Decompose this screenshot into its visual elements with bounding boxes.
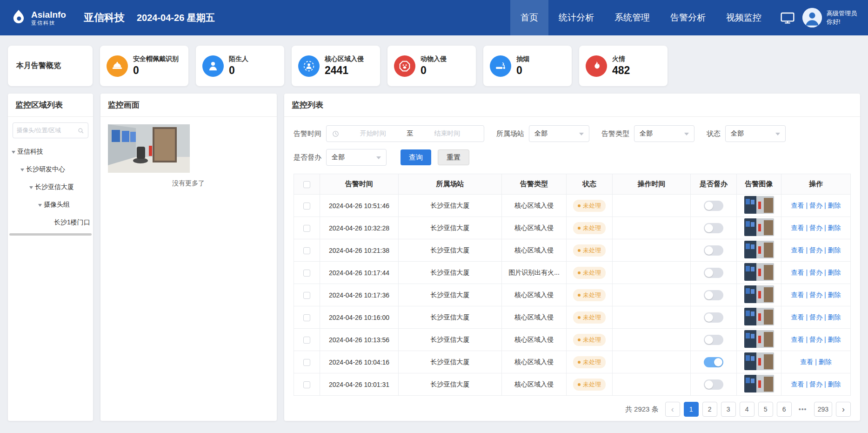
row-checkbox[interactable] — [303, 225, 310, 232]
supervise-toggle[interactable] — [704, 357, 723, 367]
alarm-time-range-picker[interactable]: 开始时间 至 结束时间 — [326, 125, 484, 142]
supervise-toggle[interactable] — [704, 290, 723, 300]
query-button[interactable]: 查询 — [401, 149, 431, 165]
search-icon[interactable] — [77, 127, 84, 134]
supervise-toggle[interactable] — [704, 223, 723, 233]
nav-item-system-management[interactable]: 系统管理 — [604, 0, 660, 35]
view-link[interactable]: 查看 — [791, 202, 804, 209]
station-select[interactable]: 全部 — [529, 125, 589, 142]
tree-horizontal-scrollbar[interactable] — [9, 233, 92, 236]
next-page-button[interactable]: › — [836, 402, 851, 417]
supervise-toggle[interactable] — [704, 201, 723, 211]
nav-item-alarm-analysis[interactable]: 告警分析 — [660, 0, 716, 35]
alarm-image-thumbnail[interactable] — [744, 241, 774, 258]
row-checkbox[interactable] — [303, 247, 310, 254]
status-select[interactable]: 全部 — [725, 125, 786, 142]
delete-link[interactable]: 删除 — [828, 313, 841, 321]
prev-page-button[interactable]: ‹ — [665, 402, 680, 417]
alarm-image-thumbnail[interactable] — [744, 263, 774, 281]
page-button-3[interactable]: 3 — [721, 402, 736, 417]
action-separator: | — [804, 313, 809, 321]
row-checkbox[interactable] — [303, 314, 310, 321]
alarm-image-thumbnail[interactable] — [744, 308, 774, 325]
supervise-link[interactable]: 督办 — [809, 336, 822, 343]
delete-link[interactable]: 删除 — [828, 380, 841, 388]
alarm-image-thumbnail[interactable] — [744, 196, 774, 214]
view-link[interactable]: 查看 — [800, 358, 813, 365]
delete-link[interactable]: 删除 — [819, 358, 832, 365]
nav-item-home[interactable]: 首页 — [510, 0, 548, 35]
row-checkbox[interactable] — [303, 270, 310, 277]
view-link[interactable]: 查看 — [791, 246, 804, 254]
delete-link[interactable]: 删除 — [828, 291, 841, 298]
station-cell: 长沙亚信大厦 — [399, 262, 502, 284]
supervise-link[interactable]: 督办 — [809, 224, 822, 231]
tree-node[interactable]: 长沙亚信大厦 — [8, 178, 93, 196]
view-link[interactable]: 查看 — [791, 269, 804, 276]
supervise-link[interactable]: 督办 — [809, 269, 822, 276]
camera-preview-thumbnail[interactable] — [108, 124, 190, 173]
nav-item-video-monitor[interactable]: 视频监控 — [716, 0, 772, 35]
tree-node[interactable]: 摄像头组 — [8, 196, 93, 214]
chevron-down-icon[interactable] — [29, 186, 33, 191]
row-checkbox[interactable] — [303, 381, 310, 388]
column-header: 告警时间 — [320, 174, 399, 195]
view-link[interactable]: 查看 — [791, 380, 804, 388]
monitor-panel: 监控画面 没有更多了 — [100, 94, 277, 421]
row-checkbox-cell — [294, 239, 320, 262]
chevron-down-icon[interactable] — [12, 151, 15, 156]
page-button-6[interactable]: 6 — [777, 402, 792, 417]
view-link[interactable]: 查看 — [791, 224, 804, 231]
supervise-select[interactable]: 全部 — [326, 149, 387, 166]
supervise-link[interactable]: 督办 — [809, 202, 822, 209]
page-button-1[interactable]: 1 — [684, 402, 699, 417]
alarm-image-thumbnail[interactable] — [744, 375, 774, 392]
tree-node[interactable]: 亚信科技 — [8, 143, 93, 161]
row-checkbox[interactable] — [303, 292, 310, 299]
page-button-5[interactable]: 5 — [758, 402, 773, 417]
supervise-toggle[interactable] — [704, 268, 723, 278]
screen-monitor-icon[interactable] — [780, 10, 795, 25]
select-all-checkbox[interactable] — [303, 181, 310, 188]
supervise-link[interactable]: 督办 — [809, 313, 822, 321]
tree-node[interactable]: 长沙研发中心 — [8, 161, 93, 178]
row-checkbox[interactable] — [303, 337, 310, 344]
nav-item-statistics-analysis[interactable]: 统计分析 — [548, 0, 604, 35]
station-cell: 长沙亚信大厦 — [399, 351, 502, 373]
pagination-ellipsis[interactable]: ••• — [795, 402, 810, 417]
view-link[interactable]: 查看 — [791, 336, 804, 343]
delete-link[interactable]: 删除 — [828, 246, 841, 254]
tree-node[interactable]: 长沙1楼门口 — [8, 214, 93, 231]
brand-name: AsiaInfo — [31, 10, 66, 20]
page-button-293[interactable]: 293 — [814, 402, 832, 417]
chevron-down-icon[interactable] — [38, 204, 42, 209]
reset-button[interactable]: 重置 — [438, 149, 469, 165]
delete-link[interactable]: 删除 — [828, 336, 841, 343]
camera-search-input[interactable] — [17, 127, 77, 134]
view-link[interactable]: 查看 — [791, 313, 804, 321]
alarm-image-thumbnail[interactable] — [744, 285, 774, 303]
row-checkbox[interactable] — [303, 359, 310, 366]
row-checkbox[interactable] — [303, 203, 310, 210]
alarm-image-thumbnail[interactable] — [744, 218, 774, 236]
delete-link[interactable]: 删除 — [828, 202, 841, 209]
user-role: 高级管理员 — [827, 9, 857, 18]
alarm-image-thumbnail[interactable] — [744, 352, 774, 370]
supervise-toggle[interactable] — [704, 379, 723, 390]
supervise-toggle[interactable] — [704, 312, 723, 323]
user-info: 高级管理员 你好! — [827, 9, 857, 26]
supervise-link[interactable]: 督办 — [809, 380, 822, 388]
view-link[interactable]: 查看 — [791, 291, 804, 298]
user-avatar[interactable] — [802, 8, 822, 27]
chevron-down-icon[interactable] — [20, 169, 24, 173]
delete-link[interactable]: 删除 — [828, 269, 841, 276]
supervise-link[interactable]: 督办 — [809, 291, 822, 298]
supervise-toggle[interactable] — [704, 245, 723, 256]
supervise-toggle[interactable] — [704, 335, 723, 345]
delete-link[interactable]: 删除 — [828, 224, 841, 231]
page-button-2[interactable]: 2 — [702, 402, 717, 417]
page-button-4[interactable]: 4 — [740, 402, 754, 417]
alarm-image-thumbnail[interactable] — [744, 330, 774, 348]
alarm-type-select[interactable]: 全部 — [634, 125, 694, 142]
supervise-link[interactable]: 督办 — [809, 246, 822, 254]
